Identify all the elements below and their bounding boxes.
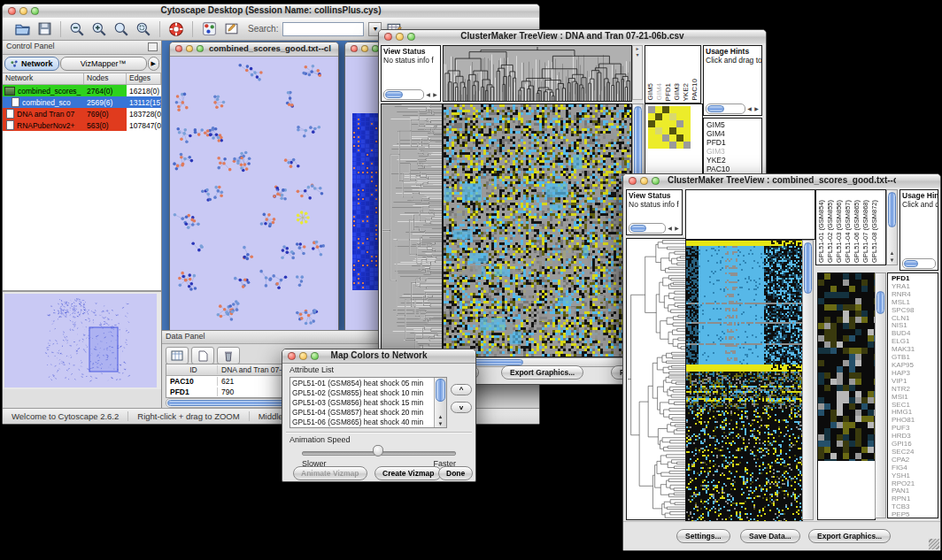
gene-label[interactable]: GIM3 — [706, 147, 761, 156]
maximize-button[interactable] — [407, 33, 415, 41]
close-button[interactable] — [629, 177, 637, 185]
treeview1-titlebar[interactable]: ClusterMaker TreeView : DNA and Tran 07-… — [379, 30, 766, 44]
zoom-out-icon[interactable] — [68, 20, 86, 38]
animate-vizmap-button[interactable]: Animate Vizmap — [293, 466, 367, 480]
move-up-button[interactable]: ^ — [451, 384, 472, 395]
main-titlebar[interactable]: Cytoscape Desktop (Session Name: collins… — [3, 4, 539, 19]
minimize-button[interactable] — [361, 45, 368, 52]
column-label[interactable]: GPL51-08 (GSM872) — [871, 200, 878, 263]
minimize-button[interactable] — [640, 177, 648, 185]
attribute-item[interactable]: GPL51-06 (GSM865) heat shock 40 min — [292, 418, 434, 427]
right-arrow-icon[interactable]: ▶ — [753, 105, 760, 111]
zoom-selected-icon[interactable] — [135, 20, 152, 38]
done-button[interactable]: Done — [438, 466, 473, 480]
minimize-button[interactable] — [396, 33, 404, 41]
maximize-button[interactable] — [311, 352, 319, 360]
scrollbar-thumb[interactable] — [436, 379, 445, 402]
close-button[interactable] — [8, 7, 16, 15]
vizmapper-icon[interactable] — [200, 20, 218, 38]
network-view-titlebar[interactable]: combined_scores_good.txt--cluste... — [170, 42, 338, 57]
left-arrow-icon[interactable]: ◀ — [746, 105, 753, 111]
export-graphics-button[interactable]: Export Graphics... — [501, 365, 583, 380]
search-input[interactable] — [282, 22, 364, 36]
minimize-button[interactable] — [19, 7, 27, 15]
zoom-vscrollbar[interactable] — [875, 272, 886, 518]
minimize-button[interactable] — [186, 45, 193, 52]
array-dendrogram[interactable] — [444, 46, 631, 101]
close-button[interactable] — [384, 33, 392, 41]
attribute-item[interactable]: GPL51-02 (GSM855) heat shock 10 min — [292, 388, 434, 398]
attribute-item[interactable]: GPL51-01 (GSM854) heat shock 05 min — [292, 379, 434, 388]
column-header-edges[interactable]: Edges — [127, 73, 161, 84]
left-arrow-icon[interactable]: ◀ — [425, 91, 431, 97]
network-row-dna-and-tran[interactable]: DNA and Tran 07 769(0) 183728(0) — [3, 108, 161, 119]
up-arrow-icon[interactable]: ▲ — [435, 414, 446, 419]
dialog-titlebar[interactable]: Map Colors to Network — [282, 349, 475, 364]
column-label[interactable]: GPL51-01 (GSM854) — [818, 200, 825, 263]
gene-label[interactable]: PFD1 — [706, 138, 761, 147]
right-arrow-icon[interactable]: ▶ — [432, 91, 438, 97]
up-arrow-icon[interactable]: ▲ — [887, 250, 897, 256]
column-label[interactable]: GPL51-07 (GSM868) — [862, 200, 869, 263]
splitter-arrows[interactable]: ▸▾ — [632, 45, 643, 100]
column-label[interactable]: GPL51-02 (GSM855) — [827, 200, 834, 263]
tab-overflow-arrow[interactable]: ▶ — [148, 57, 159, 71]
scrollbar-thumb[interactable] — [876, 291, 884, 314]
column-label[interactable]: GIM4 — [656, 83, 663, 101]
array-tree-area[interactable] — [685, 189, 815, 240]
delete-attribute-icon[interactable] — [217, 347, 240, 364]
global-heatmap[interactable] — [444, 104, 631, 357]
save-icon[interactable] — [35, 20, 53, 38]
zoom-in-icon[interactable] — [90, 20, 108, 38]
left-arrow-icon[interactable]: ◀ — [667, 225, 673, 231]
column-label[interactable]: GPL51-03 (GSM856) — [836, 200, 843, 263]
resize-grip[interactable] — [929, 539, 939, 549]
heatmap-vscrollbar[interactable] — [802, 240, 814, 520]
attribute-list-scrollbar[interactable]: ▲ ▼ — [434, 378, 446, 427]
zoom-fit-icon[interactable] — [112, 20, 130, 38]
attribute-item[interactable]: GPL51-07 (GSM868) heat shock 60 min — [292, 427, 434, 428]
minimize-button[interactable] — [299, 352, 307, 360]
settings-button[interactable]: Settings... — [676, 529, 730, 543]
treeview2-titlebar[interactable]: ClusterMaker TreeView : combined_scores_… — [623, 174, 940, 188]
id-column-header[interactable]: ID — [166, 365, 218, 374]
network-view-window[interactable]: combined_scores_good.txt--cluste... — [169, 42, 339, 332]
tab-vizmapper[interactable]: VizMapper™ — [60, 57, 147, 71]
close-button[interactable] — [351, 45, 358, 52]
float-panel-icon[interactable] — [148, 42, 158, 51]
gene-label[interactable]: GIM4 — [706, 129, 761, 138]
network-row-combined-sco-selected[interactable]: combined_sco 2569(6) 13112(15) — [3, 96, 161, 108]
network-row-combined-scores[interactable]: combined_scores_ 2764(0) 16218(0) — [3, 85, 161, 96]
zoom-heatmap[interactable] — [648, 106, 691, 149]
gene-label[interactable]: PEP5 — [892, 511, 938, 518]
network-canvas[interactable] — [170, 57, 336, 331]
slider-thumb[interactable] — [373, 445, 383, 456]
network-birdseye-view[interactable] — [4, 294, 157, 387]
column-label[interactable]: PAC10 — [691, 79, 699, 101]
help-lifesaver-icon[interactable] — [167, 20, 185, 38]
close-button[interactable] — [288, 352, 296, 360]
create-vizmap-button[interactable]: Create Vizmap — [374, 466, 442, 480]
scrollbar-thumb[interactable] — [634, 106, 642, 179]
scrollbar-thumb[interactable] — [804, 242, 812, 294]
save-data-button[interactable]: Save Data... — [740, 529, 800, 543]
network-row-rnapubernov2[interactable]: RNAPuberNov2+ 563(0) 107847(0) — [3, 119, 161, 131]
column-label[interactable]: PFD1 — [665, 83, 672, 101]
column-label[interactable]: GIM5 — [647, 83, 654, 101]
column-label[interactable]: GPL51-06 (GSM865) — [853, 200, 861, 263]
down-arrow-icon[interactable]: ▼ — [887, 257, 897, 263]
tab-network[interactable]: Network — [4, 57, 59, 71]
gene-label[interactable]: YKE2 — [706, 156, 761, 165]
gene-label[interactable]: GIM5 — [706, 120, 761, 129]
right-arrow-icon[interactable]: ▶ — [674, 225, 680, 231]
open-file-icon[interactable] — [13, 20, 31, 38]
column-label[interactable]: YKE2 — [683, 83, 690, 101]
maximize-button[interactable] — [652, 177, 660, 185]
annotation-icon[interactable] — [222, 20, 240, 38]
scrollbar-thumb[interactable] — [888, 192, 896, 227]
maximize-button[interactable] — [31, 7, 39, 15]
column-header-network[interactable]: Network — [3, 73, 84, 84]
gene-dendrogram[interactable] — [627, 239, 685, 519]
gene-label[interactable]: PAC10 — [706, 165, 761, 173]
new-attribute-icon[interactable] — [191, 347, 214, 364]
